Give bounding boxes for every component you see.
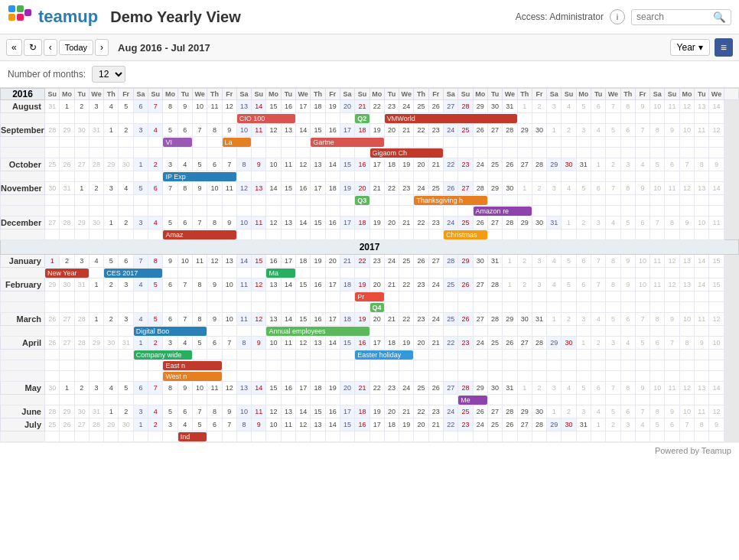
event-bar[interactable]: Me xyxy=(458,396,487,405)
day-cell[interactable]: 22 xyxy=(444,418,458,431)
event-cell[interactable] xyxy=(547,268,562,278)
event-cell[interactable] xyxy=(281,395,295,405)
day-cell[interactable]: 28 xyxy=(532,418,546,431)
event-cell[interactable] xyxy=(133,137,148,148)
day-cell[interactable]: 23 xyxy=(458,158,473,171)
event-cell[interactable] xyxy=(384,137,399,148)
day-cell[interactable]: 3 xyxy=(620,418,635,431)
event-cell[interactable] xyxy=(503,171,517,182)
event-cell[interactable] xyxy=(414,326,428,337)
day-cell[interactable]: 3 xyxy=(532,255,546,268)
day-cell[interactable]: 2 xyxy=(60,255,74,268)
event-cell[interactable] xyxy=(487,230,502,240)
day-cell[interactable]: 3 xyxy=(163,158,177,171)
event-cell[interactable] xyxy=(207,268,222,278)
event-cell[interactable] xyxy=(576,350,591,360)
day-cell[interactable]: 14 xyxy=(325,418,340,431)
event-cell[interactable] xyxy=(119,148,133,158)
event-cell[interactable]: Q2 xyxy=(355,113,370,124)
day-cell[interactable]: 11 xyxy=(695,124,709,137)
event-cell[interactable] xyxy=(89,395,103,405)
event-cell[interactable] xyxy=(620,326,635,337)
event-cell[interactable] xyxy=(591,350,605,360)
event-cell[interactable] xyxy=(428,371,443,382)
event-cell[interactable] xyxy=(207,195,222,206)
day-cell[interactable]: 6 xyxy=(620,124,635,137)
day-cell[interactable]: 28 xyxy=(60,217,74,230)
event-cell[interactable] xyxy=(325,350,340,360)
day-cell[interactable]: 29 xyxy=(503,313,517,326)
day-cell[interactable]: 3 xyxy=(576,313,591,326)
event-cell[interactable] xyxy=(679,302,694,313)
event-cell[interactable] xyxy=(340,395,354,405)
day-cell[interactable]: 6 xyxy=(207,158,222,171)
event-cell[interactable] xyxy=(236,206,251,217)
event-cell[interactable] xyxy=(487,137,502,148)
day-cell[interactable]: 8 xyxy=(192,278,207,291)
day-cell[interactable]: 16 xyxy=(325,405,340,418)
event-cell[interactable] xyxy=(606,148,620,158)
event-cell[interactable] xyxy=(487,326,502,337)
event-cell[interactable] xyxy=(192,137,207,148)
day-cell[interactable]: 1 xyxy=(547,405,562,418)
event-cell[interactable] xyxy=(399,360,414,371)
day-cell[interactable]: 25 xyxy=(458,405,473,418)
event-cell[interactable] xyxy=(148,230,163,240)
event-cell[interactable] xyxy=(163,431,177,442)
day-cell[interactable]: 28 xyxy=(458,100,473,113)
day-cell[interactable]: 20 xyxy=(384,217,399,230)
event-cell[interactable]: West n xyxy=(163,371,222,382)
day-cell[interactable]: 3 xyxy=(89,382,103,395)
event-cell[interactable] xyxy=(517,268,532,278)
event-cell[interactable] xyxy=(591,371,605,382)
day-cell[interactable]: 3 xyxy=(74,255,89,268)
event-cell[interactable] xyxy=(444,395,458,405)
day-cell[interactable]: 10 xyxy=(222,278,236,291)
event-cell[interactable] xyxy=(532,230,546,240)
event-cell[interactable] xyxy=(236,195,251,206)
event-cell[interactable] xyxy=(222,360,236,371)
day-cell[interactable]: 17 xyxy=(340,405,354,418)
event-cell[interactable] xyxy=(119,302,133,313)
event-cell[interactable] xyxy=(340,431,354,442)
day-cell[interactable]: 2 xyxy=(148,337,163,350)
day-cell[interactable]: 25 xyxy=(414,100,428,113)
event-cell[interactable] xyxy=(281,171,295,182)
event-cell[interactable] xyxy=(503,137,517,148)
event-cell[interactable] xyxy=(695,360,709,371)
day-cell[interactable]: 7 xyxy=(192,124,207,137)
event-cell[interactable] xyxy=(576,431,591,442)
event-cell[interactable] xyxy=(709,137,724,148)
event-cell[interactable] xyxy=(576,171,591,182)
event-cell[interactable] xyxy=(74,171,89,182)
event-cell[interactable] xyxy=(252,291,266,302)
day-cell[interactable]: 3 xyxy=(163,418,177,431)
event-cell[interactable] xyxy=(207,302,222,313)
day-cell[interactable]: 1 xyxy=(547,124,562,137)
day-cell[interactable]: 17 xyxy=(296,382,311,395)
event-cell[interactable] xyxy=(370,230,384,240)
day-cell[interactable]: 12 xyxy=(222,100,236,113)
event-cell[interactable] xyxy=(252,137,266,148)
event-cell[interactable] xyxy=(635,268,649,278)
event-cell[interactable] xyxy=(679,350,694,360)
day-cell[interactable]: 18 xyxy=(340,278,354,291)
day-cell[interactable]: 8 xyxy=(163,382,177,395)
day-cell[interactable]: 17 xyxy=(370,337,384,350)
day-cell[interactable]: 24 xyxy=(473,337,487,350)
day-cell[interactable]: 27 xyxy=(487,217,502,230)
event-cell[interactable] xyxy=(635,113,649,124)
event-cell[interactable] xyxy=(89,291,103,302)
event-cell[interactable] xyxy=(89,326,103,337)
event-cell[interactable] xyxy=(650,137,665,148)
event-cell[interactable] xyxy=(635,230,649,240)
event-cell[interactable] xyxy=(296,195,311,206)
day-cell[interactable]: 12 xyxy=(679,100,694,113)
event-cell[interactable] xyxy=(606,431,620,442)
event-cell[interactable] xyxy=(236,268,251,278)
event-cell[interactable] xyxy=(591,326,605,337)
day-cell[interactable]: 20 xyxy=(384,405,399,418)
day-cell[interactable]: 9 xyxy=(665,313,679,326)
event-cell[interactable] xyxy=(104,360,119,371)
day-cell[interactable]: 1 xyxy=(562,217,576,230)
